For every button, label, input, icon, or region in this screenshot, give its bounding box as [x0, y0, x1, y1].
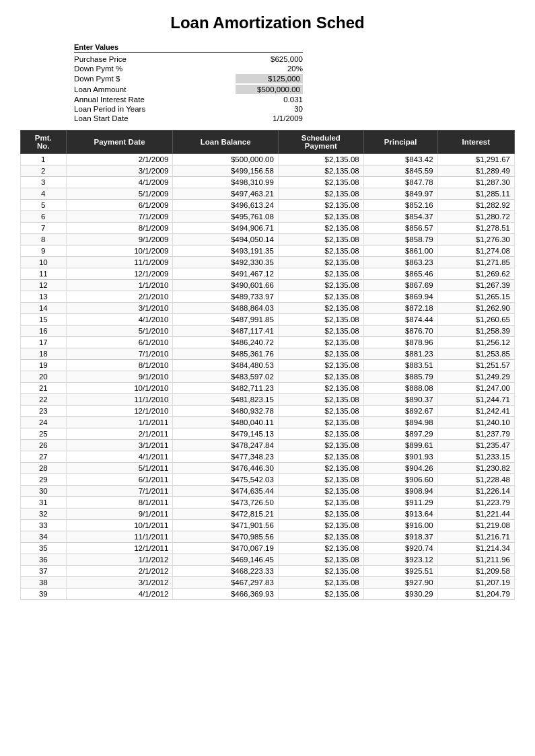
table-cell: $1,244.71	[437, 394, 514, 406]
table-cell: $1,271.85	[437, 257, 514, 268]
table-row: 318/1/2011$473,726.50$2,135.08$911.29$1,…	[21, 497, 515, 508]
col-pmt-no: Pmt.No.	[21, 130, 67, 154]
table-cell: $470,985.56	[173, 531, 279, 543]
amortization-table: Pmt.No. Payment Date Loan Balance Schedu…	[20, 130, 515, 600]
table-cell: $1,267.39	[437, 280, 514, 291]
table-cell: 16	[21, 326, 67, 337]
table-cell: 25	[21, 428, 67, 440]
table-cell: $2,135.08	[278, 543, 363, 554]
table-cell: $1,262.90	[437, 303, 514, 314]
input-row: Down Pymt %20%	[74, 64, 303, 73]
table-cell: $490,601.66	[173, 280, 279, 291]
table-cell: $1,289.49	[437, 165, 514, 177]
table-cell: $874.44	[363, 314, 437, 326]
table-cell: $2,135.08	[278, 257, 363, 268]
table-cell: $1,274.08	[437, 245, 514, 257]
table-cell: $1,256.12	[437, 337, 514, 348]
table-cell: $2,135.08	[278, 268, 363, 280]
table-cell: 7/1/2009	[66, 211, 173, 223]
table-cell: 36	[21, 554, 67, 566]
table-cell: 34	[21, 531, 67, 543]
table-cell: 4	[21, 188, 67, 200]
table-cell: $2,135.08	[278, 394, 363, 406]
table-cell: $2,135.08	[278, 234, 363, 245]
table-cell: 3/1/2011	[66, 440, 173, 451]
table-row: 241/1/2011$480,040.11$2,135.08$894.98$1,…	[21, 417, 515, 428]
table-cell: $1,219.08	[437, 520, 514, 531]
table-cell: $496,613.24	[173, 200, 279, 211]
table-cell: 4/1/2012	[66, 589, 173, 600]
table-cell: $1,251.57	[437, 360, 514, 371]
table-cell: $2,135.08	[278, 474, 363, 486]
table-row: 274/1/2011$477,348.23$2,135.08$901.93$1,…	[21, 451, 515, 463]
table-cell: $494,906.71	[173, 223, 279, 234]
table-cell: $1,226.14	[437, 486, 514, 497]
table-cell: $475,542.03	[173, 474, 279, 486]
table-cell: 30	[21, 486, 67, 497]
table-cell: 2/1/2009	[66, 154, 173, 165]
table-cell: 3/1/2010	[66, 303, 173, 314]
table-cell: $470,067.19	[173, 543, 279, 554]
table-cell: $2,135.08	[278, 280, 363, 291]
table-cell: 12/1/2011	[66, 543, 173, 554]
table-cell: $482,711.23	[173, 383, 279, 394]
table-cell: 5/1/2010	[66, 326, 173, 337]
table-cell: $908.94	[363, 486, 437, 497]
table-cell: 37	[21, 566, 67, 577]
table-cell: 13	[21, 291, 67, 303]
table-cell: $892.67	[363, 406, 437, 417]
table-cell: $888.08	[363, 383, 437, 394]
table-cell: $876.70	[363, 326, 437, 337]
table-cell: $497,463.21	[173, 188, 279, 200]
table-cell: $2,135.08	[278, 440, 363, 451]
table-cell: $2,135.08	[278, 486, 363, 497]
table-cell: 6/1/2011	[66, 474, 173, 486]
table-cell: $854.37	[363, 211, 437, 223]
table-cell: $920.74	[363, 543, 437, 554]
table-cell: $2,135.08	[278, 508, 363, 520]
table-cell: 2/1/2011	[66, 428, 173, 440]
table-cell: $1,237.79	[437, 428, 514, 440]
table-cell: $494,050.14	[173, 234, 279, 245]
table-cell: 18	[21, 348, 67, 360]
table-cell: $1,258.39	[437, 326, 514, 337]
table-cell: 22	[21, 394, 67, 406]
table-cell: $473,726.50	[173, 497, 279, 508]
table-cell: 20	[21, 371, 67, 383]
table-row: 132/1/2010$489,733.97$2,135.08$869.94$1,…	[21, 291, 515, 303]
table-cell: 5/1/2011	[66, 463, 173, 474]
table-cell: 8/1/2010	[66, 360, 173, 371]
table-cell: $2,135.08	[278, 428, 363, 440]
table-cell: $477,348.23	[173, 451, 279, 463]
input-value: $125,000	[236, 74, 303, 83]
table-cell: $843.42	[363, 154, 437, 165]
table-cell: $467,297.83	[173, 577, 279, 589]
table-cell: 4/1/2009	[66, 177, 173, 188]
table-cell: $1,282.92	[437, 200, 514, 211]
table-cell: $1,228.48	[437, 474, 514, 486]
table-cell: $486,240.72	[173, 337, 279, 348]
table-cell: 17	[21, 337, 67, 348]
input-value: 0.031	[236, 96, 303, 104]
table-cell: 8/1/2011	[66, 497, 173, 508]
table-cell: $1,247.00	[437, 383, 514, 394]
table-cell: 5/1/2009	[66, 188, 173, 200]
table-cell: $1,285.11	[437, 188, 514, 200]
input-value: 1/1/2009	[236, 114, 303, 122]
table-cell: $1,280.72	[437, 211, 514, 223]
table-cell: 9/1/2009	[66, 234, 173, 245]
table-cell: $2,135.08	[278, 154, 363, 165]
table-row: 165/1/2010$487,117.41$2,135.08$876.70$1,…	[21, 326, 515, 337]
input-row: Loan Start Date1/1/2009	[74, 114, 303, 123]
table-row: 1112/1/2009$491,467.12$2,135.08$865.46$1…	[21, 268, 515, 280]
table-row: 329/1/2011$472,815.21$2,135.08$913.64$1,…	[21, 508, 515, 520]
table-cell: $916.00	[363, 520, 437, 531]
input-row: Annual Interest Rate0.031	[74, 95, 303, 104]
table-cell: $923.12	[363, 554, 437, 566]
table-cell: $2,135.08	[278, 577, 363, 589]
table-cell: $2,135.08	[278, 417, 363, 428]
table-row: 56/1/2009$496,613.24$2,135.08$852.16$1,2…	[21, 200, 515, 211]
table-cell: $878.96	[363, 337, 437, 348]
table-cell: $1,214.34	[437, 543, 514, 554]
table-cell: $1,269.62	[437, 268, 514, 280]
